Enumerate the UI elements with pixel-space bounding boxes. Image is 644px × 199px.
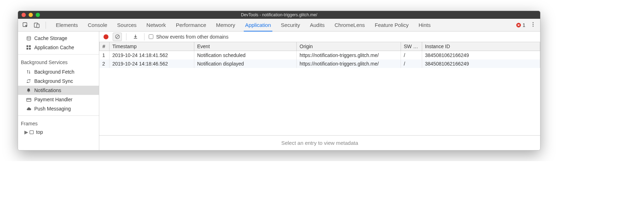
error-count-button[interactable]: 1 bbox=[516, 22, 527, 28]
col-sw-scope[interactable]: SW … bbox=[401, 42, 422, 51]
col-origin[interactable]: Origin bbox=[297, 42, 401, 51]
close-window-button[interactable] bbox=[22, 13, 26, 17]
record-icon bbox=[104, 34, 108, 39]
checkbox-label: Show events from other domains bbox=[156, 34, 229, 40]
tab-performance[interactable]: Performance bbox=[175, 19, 208, 31]
download-button[interactable] bbox=[131, 33, 140, 41]
frame-icon bbox=[29, 130, 34, 135]
svg-point-7 bbox=[27, 36, 30, 38]
inspect-element-icon[interactable] bbox=[20, 21, 31, 30]
events-table: # Timestamp Event Origin SW … Instance I… bbox=[99, 42, 540, 136]
sidebar-item-cache-storage[interactable]: Cache Storage bbox=[18, 34, 99, 43]
traffic-lights bbox=[18, 13, 40, 17]
details-placeholder: Select an entry to view metadata bbox=[99, 136, 540, 150]
sidebar-group-background-services: Background Services Background Fetch Bac… bbox=[18, 55, 99, 116]
tab-strip: Elements Console Sources Network Perform… bbox=[18, 19, 540, 32]
card-icon bbox=[26, 97, 31, 102]
sidebar-item-label: Background Fetch bbox=[34, 69, 75, 75]
col-event[interactable]: Event bbox=[194, 42, 297, 51]
cell-instance-id: 3845081062166249 bbox=[422, 51, 540, 60]
show-other-domains-checkbox[interactable]: Show events from other domains bbox=[149, 34, 229, 40]
cell-timestamp: 2019-10-24 14:18:41.562 bbox=[110, 51, 194, 60]
grid-icon bbox=[26, 45, 31, 50]
swap-icon bbox=[26, 69, 31, 75]
tab-chromelens[interactable]: ChromeLens bbox=[333, 19, 366, 31]
cell-origin: https://notification-triggers.glitch.me/ bbox=[297, 59, 401, 68]
devtools-window: DevTools - notification-triggers.glitch.… bbox=[18, 11, 540, 150]
download-icon bbox=[133, 34, 138, 39]
sidebar-item-notifications[interactable]: Notifications bbox=[18, 86, 99, 95]
col-instance-id[interactable]: Instance ID bbox=[422, 42, 540, 51]
cell-origin: https://notification-triggers.glitch.me/ bbox=[297, 51, 401, 60]
disclosure-triangle-icon[interactable]: ▶ bbox=[24, 129, 27, 135]
toolbar-separator bbox=[126, 33, 126, 40]
clear-icon bbox=[115, 34, 120, 39]
svg-rect-10 bbox=[26, 48, 28, 50]
cell-sw: / bbox=[401, 59, 422, 68]
tab-console[interactable]: Console bbox=[87, 19, 109, 31]
sidebar-item-label: Push Messaging bbox=[34, 106, 71, 112]
tab-sources[interactable]: Sources bbox=[116, 19, 138, 31]
cell-instance-id: 3845081062166249 bbox=[422, 59, 540, 68]
tab-elements[interactable]: Elements bbox=[54, 19, 79, 31]
cell-event: Notification displayed bbox=[194, 59, 297, 68]
sync-icon bbox=[26, 78, 31, 84]
sidebar-item-background-fetch[interactable]: Background Fetch bbox=[18, 67, 99, 76]
minimize-window-button[interactable] bbox=[29, 13, 33, 17]
cell-index: 1 bbox=[100, 51, 110, 60]
tab-feature-policy[interactable]: Feature Policy bbox=[373, 19, 410, 31]
sidebar-group-title: Frames bbox=[18, 118, 99, 128]
tab-memory[interactable]: Memory bbox=[215, 19, 237, 31]
svg-rect-2 bbox=[37, 24, 39, 28]
kebab-icon bbox=[530, 22, 536, 27]
main-panel: Show events from other domains # Timesta… bbox=[99, 32, 540, 150]
frame-label: top bbox=[36, 129, 43, 135]
device-toolbar-icon[interactable] bbox=[31, 21, 42, 30]
database-icon bbox=[26, 35, 31, 41]
tab-hints[interactable]: Hints bbox=[417, 19, 432, 31]
cell-event: Notification scheduled bbox=[194, 51, 297, 60]
bell-icon bbox=[26, 87, 31, 93]
table-row[interactable]: 1 2019-10-24 14:18:41.562 Notification s… bbox=[100, 51, 540, 60]
sidebar-item-label: Application Cache bbox=[34, 45, 74, 50]
cell-timestamp: 2019-10-24 14:18:46.562 bbox=[110, 59, 194, 68]
panel-tabs: Elements Console Sources Network Perform… bbox=[49, 19, 432, 31]
svg-rect-12 bbox=[26, 98, 31, 101]
clear-button[interactable] bbox=[113, 33, 122, 41]
sidebar-item-label: Payment Handler bbox=[34, 97, 72, 102]
events-toolbar: Show events from other domains bbox=[99, 32, 540, 42]
toolbar-separator bbox=[144, 33, 144, 40]
sidebar-item-payment-handler[interactable]: Payment Handler bbox=[18, 95, 99, 104]
panel-body: Cache Storage Application Cache Backgrou… bbox=[18, 32, 540, 150]
svg-point-6 bbox=[533, 26, 534, 27]
sidebar-item-background-sync[interactable]: Background Sync bbox=[18, 76, 99, 86]
window-title: DevTools - notification-triggers.glitch.… bbox=[18, 12, 540, 17]
sidebar-item-label: Notifications bbox=[34, 87, 61, 93]
more-options-button[interactable] bbox=[528, 21, 538, 29]
sidebar-item-label: Cache Storage bbox=[34, 35, 67, 41]
table-header-row: # Timestamp Event Origin SW … Instance I… bbox=[100, 42, 540, 51]
sidebar-item-push-messaging[interactable]: Push Messaging bbox=[18, 104, 99, 113]
sidebar-item-frame-top[interactable]: ▶ top bbox=[18, 128, 99, 136]
tab-application[interactable]: Application bbox=[244, 19, 272, 32]
tab-security[interactable]: Security bbox=[279, 19, 301, 31]
cell-sw: / bbox=[401, 51, 422, 60]
tab-audits[interactable]: Audits bbox=[308, 19, 326, 31]
record-button[interactable] bbox=[101, 33, 111, 41]
svg-rect-9 bbox=[29, 45, 31, 47]
col-index[interactable]: # bbox=[100, 42, 110, 51]
sidebar-group-title: Background Services bbox=[18, 57, 99, 67]
application-sidebar: Cache Storage Application Cache Backgrou… bbox=[18, 32, 99, 150]
maximize-window-button[interactable] bbox=[36, 13, 40, 17]
table-row[interactable]: 2 2019-10-24 14:18:46.562 Notification d… bbox=[100, 59, 540, 68]
sidebar-item-label: Background Sync bbox=[34, 78, 73, 84]
divider bbox=[46, 22, 46, 29]
error-icon bbox=[516, 23, 521, 28]
svg-rect-8 bbox=[26, 45, 28, 47]
sidebar-group-cache: Cache Storage Application Cache bbox=[18, 32, 99, 55]
col-timestamp[interactable]: Timestamp bbox=[110, 42, 194, 51]
tab-network[interactable]: Network bbox=[145, 19, 167, 31]
cell-index: 2 bbox=[100, 59, 110, 68]
sidebar-item-application-cache[interactable]: Application Cache bbox=[18, 43, 99, 52]
checkbox-input[interactable] bbox=[149, 34, 153, 39]
